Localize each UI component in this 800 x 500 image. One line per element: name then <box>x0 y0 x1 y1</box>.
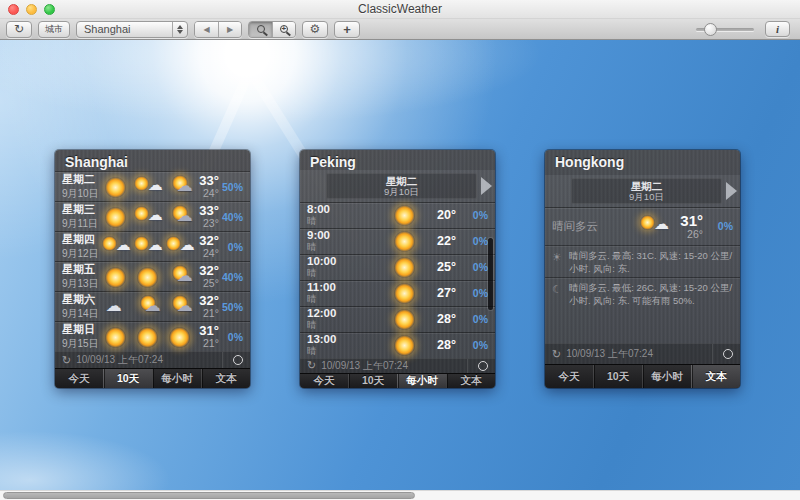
weather-icon <box>133 236 163 258</box>
tab-10day[interactable]: 10天 <box>593 365 642 388</box>
settings-button[interactable]: ⚙ <box>302 21 328 38</box>
date-label: 9月14日 <box>62 307 101 321</box>
date-label: 9月10日 <box>62 187 101 201</box>
weather-icon <box>390 230 420 252</box>
tab-10day[interactable]: 10天 <box>348 374 397 388</box>
refresh-button[interactable]: ↻ <box>6 21 32 38</box>
scale-slider[interactable] <box>696 28 754 31</box>
day-label: 星期五 <box>62 262 101 277</box>
weather-icon <box>390 256 420 278</box>
status-circle-icon[interactable] <box>478 361 488 371</box>
refresh-icon[interactable]: ↻ <box>62 354 71 367</box>
footer-right <box>467 359 488 373</box>
day-forecast-text-row: ☀ 晴间多云. 最高: 31C. 风速: 15-20 公里/小时. 风向: 东. <box>545 245 740 278</box>
low-temp: 23° <box>195 218 219 229</box>
precip-chance: 50% <box>219 181 243 193</box>
day-selector[interactable]: 星期二 9月10日 <box>300 170 495 202</box>
precip-chance: 0% <box>458 235 488 247</box>
next-day-icon[interactable] <box>481 177 492 195</box>
zoom-out-button[interactable] <box>249 22 272 37</box>
time-label: 8:00 <box>307 203 390 215</box>
weather-icon <box>390 308 420 330</box>
hourly-rows: 8:00晴 20° 0% 9:00晴 22° 0% 10:00晴 25° 0% <box>300 202 495 358</box>
updated-timestamp: 10/09/13 上午07:24 <box>321 359 408 373</box>
minimize-button[interactable] <box>26 4 37 15</box>
close-button[interactable] <box>8 4 19 15</box>
precip-chance: 40% <box>219 271 243 283</box>
weather-icon <box>390 282 420 304</box>
condition-label: 晴 <box>307 215 390 228</box>
day-selector[interactable]: 星期二 9月10日 <box>545 175 740 207</box>
date-label: 9月10日 <box>327 187 476 198</box>
weather-icon <box>390 334 420 356</box>
slider-knob[interactable] <box>704 23 717 36</box>
zoom-in-button[interactable] <box>272 22 295 37</box>
hour-row: 13:00晴 28° 0% <box>300 332 495 358</box>
weather-icon <box>101 326 131 348</box>
time-label: 10:00 <box>307 255 390 267</box>
precip-chance: 0% <box>219 241 243 253</box>
updated-timestamp: 10/09/13 上午07:24 <box>76 353 163 367</box>
day-label: 星期四 <box>62 232 101 247</box>
tab-today[interactable]: 今天 <box>55 369 103 388</box>
low-temp: 24° <box>195 248 219 259</box>
high-temp: 32° <box>195 264 219 278</box>
weather-icon <box>639 215 669 237</box>
tab-today[interactable]: 今天 <box>545 365 593 388</box>
forecast-rows: 星期二9月10日 33°24° 50% 星期三9月11日 33°23° 40% … <box>55 171 250 351</box>
back-button[interactable]: ◀ <box>195 22 218 37</box>
condition-label: 晴 <box>307 293 390 306</box>
refresh-icon[interactable]: ↻ <box>307 359 316 372</box>
footer-right <box>712 344 733 364</box>
panel-footer: ↻ 10/09/13 上午07:24 <box>55 351 250 368</box>
day-selector-box[interactable]: 星期二 9月10日 <box>571 178 722 204</box>
forward-button[interactable]: ▶ <box>218 22 241 37</box>
precip-chance: 0% <box>458 261 488 273</box>
zoom-window-button[interactable] <box>44 4 55 15</box>
panel-title: Hongkong <box>545 150 740 175</box>
tab-hourly[interactable]: 每小时 <box>152 369 201 388</box>
temp-label: 25° <box>420 260 456 274</box>
tab-text[interactable]: 文本 <box>201 369 250 388</box>
tab-hourly[interactable]: 每小时 <box>397 374 446 388</box>
nav-segment: ◀ ▶ <box>194 21 242 38</box>
status-circle-icon[interactable] <box>233 355 243 365</box>
horizontal-scrollbar-thumb[interactable] <box>3 492 415 499</box>
weather-icon <box>165 176 195 198</box>
forecast-row: 星期二9月10日 33°24° 50% <box>55 171 250 201</box>
panel-scrollbar[interactable] <box>488 238 493 310</box>
tab-10day[interactable]: 10天 <box>103 369 152 388</box>
low-temp: 26° <box>669 229 703 240</box>
temp-label: 28° <box>420 312 456 326</box>
current-conditions: 晴间多云 31°26° 0% <box>545 207 740 245</box>
weather-icon <box>165 206 195 228</box>
forecast-row: 星期四9月12日 32°24° 0% <box>55 231 250 261</box>
weather-icon <box>165 326 195 348</box>
info-button[interactable]: i <box>765 21 790 37</box>
tab-text[interactable]: 文本 <box>446 374 495 388</box>
city-button[interactable]: 城市 <box>38 21 70 38</box>
status-circle-icon[interactable] <box>723 349 733 359</box>
add-city-button[interactable]: + <box>334 21 360 38</box>
time-label: 13:00 <box>307 333 390 345</box>
weather-icon <box>165 296 195 318</box>
weather-panel-hongkong: Hongkong 星期二 9月10日 晴间多云 31°26° 0% ☀ 晴间多云… <box>545 150 740 388</box>
weather-icon <box>133 206 163 228</box>
high-temp: 31° <box>195 324 219 338</box>
low-temp: 21° <box>195 338 219 349</box>
horizontal-scrollbar[interactable] <box>0 490 800 500</box>
hour-row: 10:00晴 25° 0% <box>300 254 495 280</box>
city-select[interactable]: Shanghai <box>76 21 188 38</box>
time-label: 12:00 <box>307 307 390 319</box>
tab-today[interactable]: 今天 <box>300 374 348 388</box>
weather-icon <box>101 176 131 198</box>
tab-text[interactable]: 文本 <box>691 365 740 388</box>
next-day-icon[interactable] <box>726 182 737 200</box>
day-selector-box[interactable]: 星期二 9月10日 <box>326 173 477 199</box>
high-temp: 31° <box>669 213 703 229</box>
low-temp: 21° <box>195 308 219 319</box>
weather-icon <box>133 176 163 198</box>
refresh-icon[interactable]: ↻ <box>552 348 561 361</box>
gear-icon: ⚙ <box>310 23 321 35</box>
tab-hourly[interactable]: 每小时 <box>642 365 691 388</box>
